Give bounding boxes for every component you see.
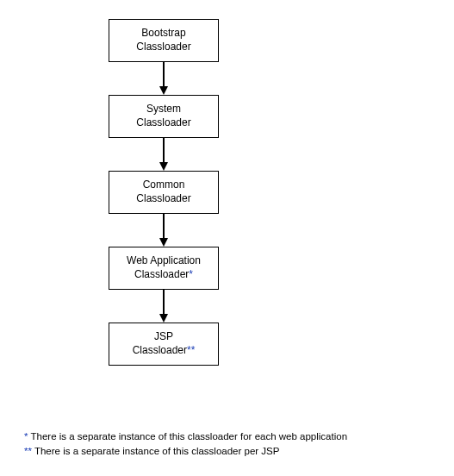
- footnote-text-1: There is a separate instance of this cla…: [30, 431, 347, 442]
- arrow-head-icon: [159, 238, 168, 247]
- box-jsp: JSP Classloader**: [109, 323, 219, 366]
- box-bootstrap-line2: Classloader: [136, 41, 190, 54]
- box-common-line1: Common: [143, 178, 185, 192]
- asterisk-marker: **: [187, 344, 195, 356]
- footnote-marker-2: **: [24, 446, 32, 456]
- box-system: System Classloader: [109, 95, 219, 138]
- asterisk-marker: *: [189, 268, 193, 280]
- box-system-line2: Classloader: [136, 116, 190, 130]
- box-common-line2: Classloader: [136, 192, 190, 206]
- arrow-line-icon: [163, 62, 165, 86]
- box-bootstrap-line1: Bootstrap: [141, 27, 185, 41]
- arrow-head-icon: [159, 162, 168, 171]
- footnote-text-2: There is a separate instance of this cla…: [34, 446, 279, 456]
- box-jsp-line2: Classloader**: [133, 344, 196, 358]
- box-bootstrap: Bootstrap Classloader: [109, 19, 219, 62]
- footnote-marker-1: *: [24, 431, 28, 442]
- box-webapp-line2: Classloader*: [134, 268, 193, 282]
- footnote-2: **There is a separate instance of this c…: [24, 444, 347, 459]
- classloader-diagram: Bootstrap Classloader System Classloader…: [109, 19, 219, 366]
- arrow-head-icon: [159, 314, 168, 323]
- box-jsp-line1: JSP: [154, 330, 173, 344]
- arrow-line-icon: [163, 290, 165, 314]
- box-system-line1: System: [146, 103, 181, 116]
- box-webapp-line1: Web Application: [127, 254, 201, 268]
- box-common: Common Classloader: [109, 171, 219, 214]
- arrow-3: [159, 214, 168, 247]
- arrow-head-icon: [159, 86, 168, 95]
- box-jsp-line2-text: Classloader: [133, 344, 187, 356]
- arrow-line-icon: [163, 138, 165, 162]
- footnote-1: *There is a separate instance of this cl…: [24, 429, 347, 444]
- footnotes: *There is a separate instance of this cl…: [24, 429, 347, 460]
- arrow-4: [159, 290, 168, 323]
- box-webapp-line2-text: Classloader: [134, 268, 189, 280]
- arrow-line-icon: [163, 214, 165, 238]
- arrow-2: [159, 138, 168, 171]
- arrow-1: [159, 62, 168, 95]
- box-webapp: Web Application Classloader*: [109, 247, 219, 290]
